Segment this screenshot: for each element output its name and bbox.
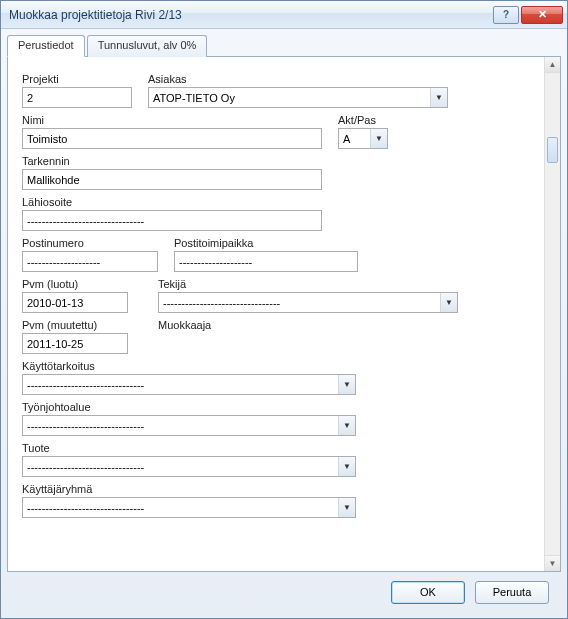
kayttotarkoitus-combo[interactable]: -------------------------------- ▼ bbox=[22, 374, 356, 395]
kayttotarkoitus-value: -------------------------------- bbox=[23, 379, 338, 391]
scrollbar-thumb[interactable] bbox=[547, 137, 558, 163]
label-postinumero: Postinumero bbox=[22, 237, 158, 249]
label-tarkennin: Tarkennin bbox=[22, 155, 322, 167]
tarkennin-input[interactable] bbox=[22, 169, 322, 190]
chevron-down-icon: ▼ bbox=[440, 293, 457, 312]
dialog-button-bar: OK Peruuta bbox=[7, 572, 561, 612]
tekija-combo[interactable]: -------------------------------- ▼ bbox=[158, 292, 458, 313]
ok-button[interactable]: OK bbox=[391, 581, 465, 604]
aktpas-combo[interactable]: A ▼ bbox=[338, 128, 388, 149]
label-kayttajaryhma: Käyttäjäryhmä bbox=[22, 483, 356, 495]
postinumero-input[interactable] bbox=[22, 251, 158, 272]
chevron-down-icon: ▼ bbox=[338, 498, 355, 517]
nimi-input[interactable] bbox=[22, 128, 322, 149]
close-button[interactable]: ✕ bbox=[521, 6, 563, 24]
label-projekti: Projekti bbox=[22, 73, 132, 85]
lahiosoite-input[interactable] bbox=[22, 210, 322, 231]
label-pvm-luotu: Pvm (luotu) bbox=[22, 278, 128, 290]
label-postitoimipaikka: Postitoimipaikka bbox=[174, 237, 358, 249]
tab-perustiedot[interactable]: Perustiedot bbox=[7, 35, 85, 57]
chevron-down-icon: ▼ bbox=[338, 416, 355, 435]
tyonjohtoalue-value: -------------------------------- bbox=[23, 420, 338, 432]
label-asiakas: Asiakas bbox=[148, 73, 530, 85]
vertical-scrollbar[interactable]: ▲ ▼ bbox=[544, 57, 560, 571]
chevron-down-icon: ▼ bbox=[370, 129, 387, 148]
asiakas-combo[interactable]: ATOP-TIETO Oy ▼ bbox=[148, 87, 448, 108]
chevron-down-icon: ▼ bbox=[430, 88, 447, 107]
client-area: Perustiedot Tunnusluvut, alv 0% Projekti… bbox=[1, 29, 567, 618]
scroll-up-arrow-icon: ▲ bbox=[545, 57, 560, 73]
tyonjohtoalue-combo[interactable]: -------------------------------- ▼ bbox=[22, 415, 356, 436]
asiakas-value: ATOP-TIETO Oy bbox=[149, 92, 430, 104]
projekti-input[interactable] bbox=[22, 87, 132, 108]
label-nimi: Nimi bbox=[22, 114, 322, 126]
window-title: Muokkaa projektitietoja Rivi 2/13 bbox=[9, 8, 493, 22]
chevron-down-icon: ▼ bbox=[338, 375, 355, 394]
kayttajaryhma-value: -------------------------------- bbox=[23, 502, 338, 514]
tuote-value: -------------------------------- bbox=[23, 461, 338, 473]
label-aktpas: Akt/Pas bbox=[338, 114, 388, 126]
tuote-combo[interactable]: -------------------------------- ▼ bbox=[22, 456, 356, 477]
tab-strip: Perustiedot Tunnusluvut, alv 0% bbox=[7, 35, 561, 57]
chevron-down-icon: ▼ bbox=[338, 457, 355, 476]
help-button[interactable]: ? bbox=[493, 6, 519, 24]
cancel-button[interactable]: Peruuta bbox=[475, 581, 549, 604]
label-tekija: Tekijä bbox=[158, 278, 458, 290]
label-pvm-muutettu: Pvm (muutettu) bbox=[22, 319, 128, 331]
postitoimipaikka-input[interactable] bbox=[174, 251, 358, 272]
label-lahiosoite: Lähiosoite bbox=[22, 196, 322, 208]
titlebar: Muokkaa projektitietoja Rivi 2/13 ? ✕ bbox=[1, 1, 567, 29]
tekija-value: -------------------------------- bbox=[159, 297, 440, 309]
label-tuote: Tuote bbox=[22, 442, 356, 454]
form-area: Projekti Asiakas ATOP-TIETO Oy ▼ Nimi bbox=[8, 57, 544, 571]
kayttajaryhma-combo[interactable]: -------------------------------- ▼ bbox=[22, 497, 356, 518]
pvm-luotu-input[interactable] bbox=[22, 292, 128, 313]
tab-tunnusluvut[interactable]: Tunnusluvut, alv 0% bbox=[87, 35, 208, 57]
tab-panel: Projekti Asiakas ATOP-TIETO Oy ▼ Nimi bbox=[7, 56, 561, 572]
aktpas-value: A bbox=[339, 133, 370, 145]
label-muokkaaja: Muokkaaja bbox=[158, 319, 211, 331]
label-tyonjohtoalue: Työnjohtoalue bbox=[22, 401, 356, 413]
pvm-muutettu-input[interactable] bbox=[22, 333, 128, 354]
dialog-window: Muokkaa projektitietoja Rivi 2/13 ? ✕ Pe… bbox=[0, 0, 568, 619]
close-icon: ✕ bbox=[538, 8, 547, 21]
label-kayttotarkoitus: Käyttötarkoitus bbox=[22, 360, 356, 372]
scroll-down-arrow-icon: ▼ bbox=[545, 555, 560, 571]
titlebar-buttons: ? ✕ bbox=[493, 6, 563, 24]
